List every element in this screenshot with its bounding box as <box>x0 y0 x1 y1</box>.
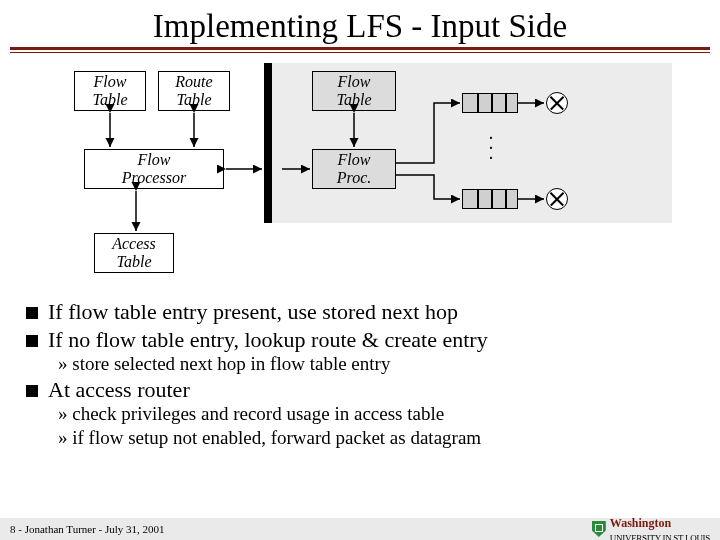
crossbar-icon-2 <box>546 188 568 210</box>
queue-bottom <box>462 189 518 209</box>
route-table-box: Route Table <box>158 71 230 111</box>
bullet-square-icon <box>26 307 38 319</box>
bullet-3-text: At access router <box>48 377 190 403</box>
architecture-diagram: Flow Table Route Table Flow Processor Ac… <box>24 63 696 293</box>
flow-table-box: Flow Table <box>74 71 146 111</box>
separator-bar <box>264 63 272 223</box>
crossbar-icon <box>546 92 568 114</box>
bullet-list: If flow table entry present, use stored … <box>0 293 720 449</box>
bullet-2-text: If no flow table entry, lookup route & c… <box>48 327 488 353</box>
bullet-2a: » store selected next hop in flow table … <box>58 353 696 375</box>
access-table-box: Access Table <box>94 233 174 273</box>
flow-proc2-box: Flow Proc. <box>312 149 396 189</box>
bullet-1: If flow table entry present, use stored … <box>24 299 696 325</box>
queue-top <box>462 93 518 113</box>
vdots-icon: ··· <box>486 133 496 163</box>
bullet-square-icon <box>26 335 38 347</box>
bullet-2: If no flow table entry, lookup route & c… <box>24 327 696 353</box>
bullet-3a: » check privileges and record usage in a… <box>58 403 696 425</box>
bullet-square-icon <box>26 385 38 397</box>
university-sub: UNIVERSITY IN ST LOUIS <box>610 533 710 541</box>
slide: Implementing LFS - Input Side Flow Table… <box>0 0 720 540</box>
slide-title: Implementing LFS - Input Side <box>0 0 720 47</box>
bullet-3b: » if flow setup not enabled, forward pac… <box>58 427 696 449</box>
flow-table2-box: Flow Table <box>312 71 396 111</box>
footer-left: 8 - Jonathan Turner - July 31, 2001 <box>10 523 165 535</box>
university-name: Washington <box>610 516 671 530</box>
flow-processor-box: Flow Processor <box>84 149 224 189</box>
title-rule <box>0 47 720 53</box>
footer: 8 - Jonathan Turner - July 31, 2001 Wash… <box>0 518 720 540</box>
bullet-3: At access router <box>24 377 696 403</box>
bullet-1-text: If flow table entry present, use stored … <box>48 299 458 325</box>
shield-icon <box>592 521 606 537</box>
university-logo: Washington UNIVERSITY IN ST LOUIS <box>592 516 710 541</box>
